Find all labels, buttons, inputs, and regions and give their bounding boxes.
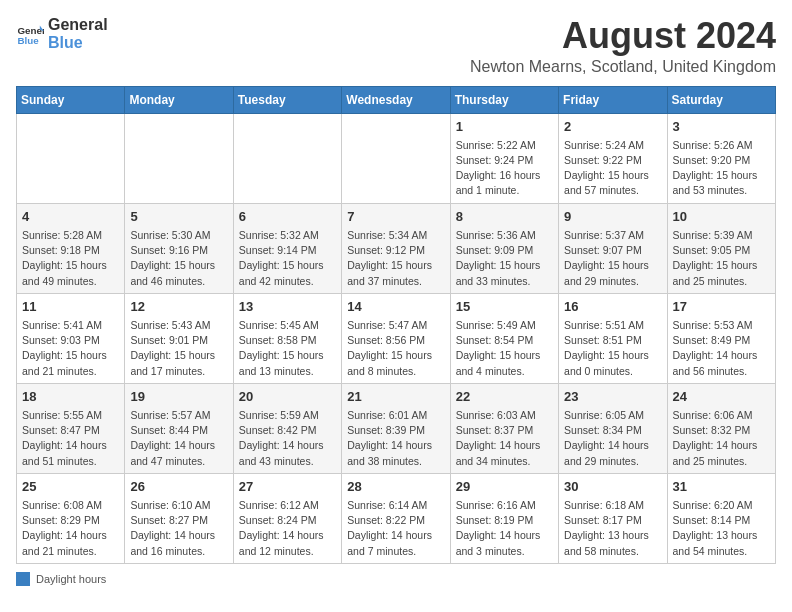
calendar-cell: 28Sunrise: 6:14 AM Sunset: 8:22 PM Dayli… bbox=[342, 473, 450, 563]
day-number: 23 bbox=[564, 388, 661, 406]
calendar-cell: 9Sunrise: 5:37 AM Sunset: 9:07 PM Daylig… bbox=[559, 203, 667, 293]
calendar-cell bbox=[342, 113, 450, 203]
calendar-header-row: SundayMondayTuesdayWednesdayThursdayFrid… bbox=[17, 86, 776, 113]
calendar-header-thursday: Thursday bbox=[450, 86, 558, 113]
day-info: Sunrise: 6:06 AM Sunset: 8:32 PM Dayligh… bbox=[673, 408, 770, 469]
day-info: Sunrise: 5:26 AM Sunset: 9:20 PM Dayligh… bbox=[673, 138, 770, 199]
calendar-cell: 31Sunrise: 6:20 AM Sunset: 8:14 PM Dayli… bbox=[667, 473, 775, 563]
day-number: 2 bbox=[564, 118, 661, 136]
day-info: Sunrise: 6:10 AM Sunset: 8:27 PM Dayligh… bbox=[130, 498, 227, 559]
calendar-cell: 6Sunrise: 5:32 AM Sunset: 9:14 PM Daylig… bbox=[233, 203, 341, 293]
calendar-cell: 1Sunrise: 5:22 AM Sunset: 9:24 PM Daylig… bbox=[450, 113, 558, 203]
calendar-cell: 22Sunrise: 6:03 AM Sunset: 8:37 PM Dayli… bbox=[450, 383, 558, 473]
day-number: 24 bbox=[673, 388, 770, 406]
day-info: Sunrise: 6:14 AM Sunset: 8:22 PM Dayligh… bbox=[347, 498, 444, 559]
day-info: Sunrise: 5:43 AM Sunset: 9:01 PM Dayligh… bbox=[130, 318, 227, 379]
calendar-week-3: 11Sunrise: 5:41 AM Sunset: 9:03 PM Dayli… bbox=[17, 293, 776, 383]
calendar-cell bbox=[125, 113, 233, 203]
calendar-cell: 30Sunrise: 6:18 AM Sunset: 8:17 PM Dayli… bbox=[559, 473, 667, 563]
day-number: 18 bbox=[22, 388, 119, 406]
day-number: 29 bbox=[456, 478, 553, 496]
day-number: 27 bbox=[239, 478, 336, 496]
day-info: Sunrise: 5:28 AM Sunset: 9:18 PM Dayligh… bbox=[22, 228, 119, 289]
day-number: 28 bbox=[347, 478, 444, 496]
day-info: Sunrise: 5:32 AM Sunset: 9:14 PM Dayligh… bbox=[239, 228, 336, 289]
calendar-cell: 19Sunrise: 5:57 AM Sunset: 8:44 PM Dayli… bbox=[125, 383, 233, 473]
day-number: 12 bbox=[130, 298, 227, 316]
calendar-cell: 15Sunrise: 5:49 AM Sunset: 8:54 PM Dayli… bbox=[450, 293, 558, 383]
day-number: 9 bbox=[564, 208, 661, 226]
calendar-header-friday: Friday bbox=[559, 86, 667, 113]
calendar-cell: 14Sunrise: 5:47 AM Sunset: 8:56 PM Dayli… bbox=[342, 293, 450, 383]
day-info: Sunrise: 6:12 AM Sunset: 8:24 PM Dayligh… bbox=[239, 498, 336, 559]
logo: General Blue General Blue bbox=[16, 16, 108, 51]
day-info: Sunrise: 6:03 AM Sunset: 8:37 PM Dayligh… bbox=[456, 408, 553, 469]
main-title: August 2024 bbox=[470, 16, 776, 56]
calendar-header-tuesday: Tuesday bbox=[233, 86, 341, 113]
calendar-cell: 3Sunrise: 5:26 AM Sunset: 9:20 PM Daylig… bbox=[667, 113, 775, 203]
day-number: 13 bbox=[239, 298, 336, 316]
calendar-cell: 11Sunrise: 5:41 AM Sunset: 9:03 PM Dayli… bbox=[17, 293, 125, 383]
day-number: 4 bbox=[22, 208, 119, 226]
day-info: Sunrise: 5:45 AM Sunset: 8:58 PM Dayligh… bbox=[239, 318, 336, 379]
calendar-table: SundayMondayTuesdayWednesdayThursdayFrid… bbox=[16, 86, 776, 564]
legend-box bbox=[16, 572, 30, 586]
day-number: 1 bbox=[456, 118, 553, 136]
day-info: Sunrise: 5:37 AM Sunset: 9:07 PM Dayligh… bbox=[564, 228, 661, 289]
calendar-cell: 10Sunrise: 5:39 AM Sunset: 9:05 PM Dayli… bbox=[667, 203, 775, 293]
page-header: General Blue General Blue August 2024 Ne… bbox=[16, 16, 776, 76]
day-info: Sunrise: 5:53 AM Sunset: 8:49 PM Dayligh… bbox=[673, 318, 770, 379]
calendar-cell: 24Sunrise: 6:06 AM Sunset: 8:32 PM Dayli… bbox=[667, 383, 775, 473]
calendar-header-sunday: Sunday bbox=[17, 86, 125, 113]
calendar-cell: 25Sunrise: 6:08 AM Sunset: 8:29 PM Dayli… bbox=[17, 473, 125, 563]
day-number: 21 bbox=[347, 388, 444, 406]
day-info: Sunrise: 5:59 AM Sunset: 8:42 PM Dayligh… bbox=[239, 408, 336, 469]
day-info: Sunrise: 6:20 AM Sunset: 8:14 PM Dayligh… bbox=[673, 498, 770, 559]
calendar-cell: 20Sunrise: 5:59 AM Sunset: 8:42 PM Dayli… bbox=[233, 383, 341, 473]
sub-title: Newton Mearns, Scotland, United Kingdom bbox=[470, 58, 776, 76]
day-number: 19 bbox=[130, 388, 227, 406]
day-number: 22 bbox=[456, 388, 553, 406]
day-info: Sunrise: 5:39 AM Sunset: 9:05 PM Dayligh… bbox=[673, 228, 770, 289]
day-number: 11 bbox=[22, 298, 119, 316]
day-number: 20 bbox=[239, 388, 336, 406]
day-number: 10 bbox=[673, 208, 770, 226]
day-number: 3 bbox=[673, 118, 770, 136]
legend-label: Daylight hours bbox=[36, 573, 106, 585]
day-number: 30 bbox=[564, 478, 661, 496]
calendar-week-5: 25Sunrise: 6:08 AM Sunset: 8:29 PM Dayli… bbox=[17, 473, 776, 563]
day-info: Sunrise: 6:08 AM Sunset: 8:29 PM Dayligh… bbox=[22, 498, 119, 559]
svg-text:Blue: Blue bbox=[17, 34, 39, 45]
day-number: 17 bbox=[673, 298, 770, 316]
calendar-week-1: 1Sunrise: 5:22 AM Sunset: 9:24 PM Daylig… bbox=[17, 113, 776, 203]
logo-general-text: General bbox=[48, 16, 108, 34]
logo-icon: General Blue bbox=[16, 20, 44, 48]
logo-blue-text: Blue bbox=[48, 34, 108, 52]
day-info: Sunrise: 5:24 AM Sunset: 9:22 PM Dayligh… bbox=[564, 138, 661, 199]
calendar-cell: 21Sunrise: 6:01 AM Sunset: 8:39 PM Dayli… bbox=[342, 383, 450, 473]
day-info: Sunrise: 5:41 AM Sunset: 9:03 PM Dayligh… bbox=[22, 318, 119, 379]
day-info: Sunrise: 5:57 AM Sunset: 8:44 PM Dayligh… bbox=[130, 408, 227, 469]
calendar-cell: 8Sunrise: 5:36 AM Sunset: 9:09 PM Daylig… bbox=[450, 203, 558, 293]
calendar-cell: 4Sunrise: 5:28 AM Sunset: 9:18 PM Daylig… bbox=[17, 203, 125, 293]
calendar-week-4: 18Sunrise: 5:55 AM Sunset: 8:47 PM Dayli… bbox=[17, 383, 776, 473]
calendar-cell: 13Sunrise: 5:45 AM Sunset: 8:58 PM Dayli… bbox=[233, 293, 341, 383]
calendar-cell bbox=[233, 113, 341, 203]
calendar-week-2: 4Sunrise: 5:28 AM Sunset: 9:18 PM Daylig… bbox=[17, 203, 776, 293]
calendar-cell: 17Sunrise: 5:53 AM Sunset: 8:49 PM Dayli… bbox=[667, 293, 775, 383]
calendar-header-saturday: Saturday bbox=[667, 86, 775, 113]
day-info: Sunrise: 5:34 AM Sunset: 9:12 PM Dayligh… bbox=[347, 228, 444, 289]
calendar-header-wednesday: Wednesday bbox=[342, 86, 450, 113]
legend: Daylight hours bbox=[16, 572, 776, 586]
day-number: 8 bbox=[456, 208, 553, 226]
day-number: 7 bbox=[347, 208, 444, 226]
day-number: 14 bbox=[347, 298, 444, 316]
day-info: Sunrise: 5:22 AM Sunset: 9:24 PM Dayligh… bbox=[456, 138, 553, 199]
day-number: 16 bbox=[564, 298, 661, 316]
calendar-cell: 16Sunrise: 5:51 AM Sunset: 8:51 PM Dayli… bbox=[559, 293, 667, 383]
calendar-cell: 18Sunrise: 5:55 AM Sunset: 8:47 PM Dayli… bbox=[17, 383, 125, 473]
calendar-header-monday: Monday bbox=[125, 86, 233, 113]
day-number: 15 bbox=[456, 298, 553, 316]
day-info: Sunrise: 6:05 AM Sunset: 8:34 PM Dayligh… bbox=[564, 408, 661, 469]
calendar-cell: 7Sunrise: 5:34 AM Sunset: 9:12 PM Daylig… bbox=[342, 203, 450, 293]
